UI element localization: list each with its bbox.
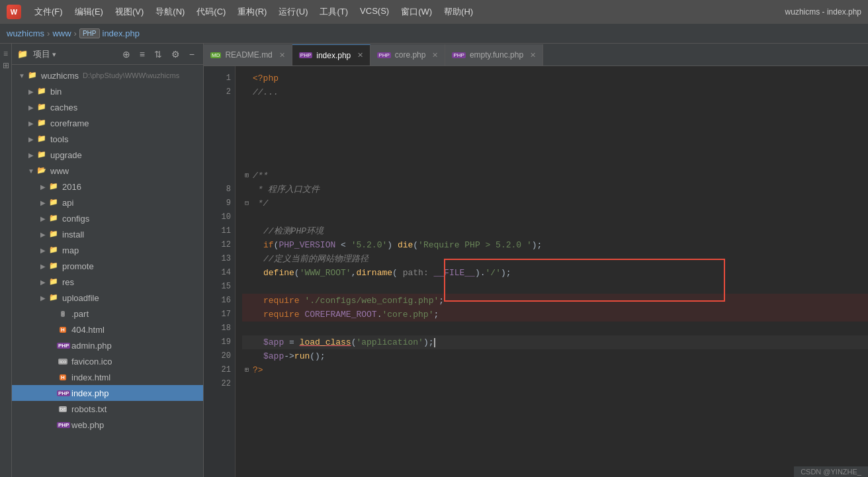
- breadcrumb-folder[interactable]: www: [52, 28, 71, 38]
- tree-item-api[interactable]: ▶ 📁 api: [12, 195, 203, 210]
- api-label: api: [62, 198, 73, 208]
- toolbar-locate-btn[interactable]: ⊕: [119, 48, 134, 61]
- toolbar-settings-btn[interactable]: ⚙: [168, 48, 183, 61]
- configs-label: configs: [62, 214, 89, 224]
- code-line-12: //检测PHP环境: [242, 224, 868, 238]
- tree-item-web-php[interactable]: ▶ PHP web.php: [12, 417, 203, 433]
- menu-vcs[interactable]: VCS(S): [355, 5, 394, 19]
- menu-window[interactable]: 窗口(W): [396, 5, 437, 19]
- tree-root[interactable]: ▼ 📁 wuzhicms D:\phpStudy\WWW\wuzhicms: [12, 67, 203, 83]
- editor-area: MD README.md ✕ PHP index.php ✕ PHP core.…: [204, 44, 868, 477]
- tree-item-bin[interactable]: ▶ 📁 bin: [12, 83, 203, 99]
- tree-item-coreframe[interactable]: ▶ 📁 coreframe: [12, 115, 203, 131]
- caches-label: caches: [50, 103, 77, 112]
- line-17-text: require './configs/web_config.php';: [253, 294, 868, 308]
- code-line-2: //...: [242, 85, 868, 99]
- line-18-text: require COREFRAME_ROOT.'core.php';: [253, 308, 868, 322]
- tree-item-map[interactable]: ▶ 📁 map: [12, 242, 203, 258]
- root-folder-icon: 📁: [26, 71, 38, 80]
- breadcrumb-project[interactable]: wuzhicms: [7, 28, 44, 38]
- tab-core-php-label: core.php: [395, 50, 426, 60]
- tab-core-php[interactable]: PHP core.php ✕: [370, 44, 445, 65]
- tab-empty-func-php[interactable]: PHP empty.func.php ✕: [445, 44, 543, 65]
- tab-empty-func-icon: PHP: [452, 52, 465, 58]
- tab-index-php[interactable]: PHP index.php ✕: [292, 44, 371, 65]
- tree-item-favicon[interactable]: ▶ ico favicon.ico: [12, 353, 203, 369]
- code-area[interactable]: 1 2 8 9 10 11 12 13 14 15 16 17 18 19: [204, 66, 868, 477]
- tree-item-404[interactable]: ▶ H 404.html: [12, 322, 203, 337]
- map-arrow: ▶: [38, 247, 48, 254]
- code-line-13: if(PHP_VERSION < '5.2.0') die('Require P…: [242, 238, 868, 252]
- code-line-18: require COREFRAME_ROOT.'core.php';: [242, 308, 868, 322]
- menu-run[interactable]: 运行(U): [273, 5, 313, 19]
- tree-item-index-html[interactable]: ▶ H index.html: [12, 369, 203, 385]
- breadcrumb-file[interactable]: index.php: [103, 28, 140, 38]
- tab-readme-close[interactable]: ✕: [279, 51, 285, 60]
- tree-item-index-php[interactable]: ▶ PHP index.php: [12, 385, 203, 401]
- line-13-text: if(PHP_VERSION < '5.2.0') die('Require P…: [253, 238, 868, 252]
- web-php-label: web.php: [71, 420, 104, 430]
- file-tree[interactable]: ▼ 📁 wuzhicms D:\phpStudy\WWW\wuzhicms ▶ …: [12, 65, 203, 477]
- menu-file[interactable]: 文件(F): [29, 5, 68, 19]
- status-label: CSDN @YINZHE_: [801, 468, 861, 476]
- tree-item-install[interactable]: ▶ 📁 install: [12, 226, 203, 242]
- menu-code[interactable]: 代码(C): [191, 5, 231, 19]
- menu-help[interactable]: 帮助(H): [439, 5, 478, 19]
- line-2-text: //...: [253, 85, 868, 99]
- uploadfile-arrow: ▶: [38, 294, 48, 302]
- menu-nav[interactable]: 导航(N): [150, 5, 190, 19]
- root-name: wuzhicms: [41, 71, 79, 81]
- menu-edit[interactable]: 编辑(E): [69, 5, 108, 19]
- menu-view[interactable]: 视图(V): [110, 5, 149, 19]
- tree-item-robots[interactable]: ▶ txt robots.txt: [12, 401, 203, 417]
- code-line-8: ⊞ /**: [242, 169, 868, 183]
- toolbar-hide-btn[interactable]: −: [186, 48, 198, 61]
- strip-icon-1[interactable]: ≡: [0, 49, 12, 58]
- tab-core-php-icon: PHP: [377, 52, 390, 58]
- tree-item-tools[interactable]: ▶ 📁 tools: [12, 131, 203, 147]
- web-php-icon: PHP: [57, 420, 69, 429]
- code-line-11: [242, 210, 868, 224]
- strip-icon-2[interactable]: ⊞: [0, 61, 12, 70]
- tree-item-2016[interactable]: ▶ 📁 2016: [12, 179, 203, 195]
- code-content[interactable]: <?php //... ⊞ /**: [236, 66, 868, 477]
- tree-item-admin-php[interactable]: ▶ PHP admin.php: [12, 337, 203, 353]
- promote-folder-icon: 📁: [48, 261, 60, 271]
- code-line-5: [242, 127, 868, 141]
- code-line-9: * 程序入口文件: [242, 183, 868, 196]
- breadcrumb-php-badge: PHP: [79, 28, 100, 38]
- coreframe-folder-icon: 📁: [36, 118, 48, 128]
- sidebar-toolbar: 📁 项目 ▾ ⊕ ≡ ⇅ ⚙ −: [12, 44, 203, 65]
- tree-item-part[interactable]: ▶ · .part: [12, 306, 203, 322]
- toolbar-collapse-btn[interactable]: ≡: [136, 48, 148, 61]
- tab-empty-func-php-label: empty.func.php: [470, 50, 523, 60]
- menu-bar[interactable]: 文件(F) 编辑(E) 视图(V) 导航(N) 代码(C) 重构(R) 运行(U…: [29, 5, 478, 19]
- tab-readme[interactable]: MD README.md ✕: [204, 44, 292, 65]
- tree-item-upgrade[interactable]: ▶ 📁 upgrade: [12, 147, 203, 163]
- line-9-text: * 程序入口文件: [253, 183, 868, 196]
- menu-refactor[interactable]: 重构(R): [232, 5, 272, 19]
- line-1-text: <?php: [253, 71, 868, 85]
- tree-item-www[interactable]: ▼ 📂 www: [12, 163, 203, 179]
- tab-core-php-close[interactable]: ✕: [432, 51, 438, 60]
- bin-arrow: ▶: [26, 88, 36, 95]
- tab-index-php-close[interactable]: ✕: [357, 51, 363, 60]
- install-label: install: [62, 230, 84, 239]
- api-folder-icon: 📁: [48, 198, 60, 207]
- map-label: map: [62, 245, 79, 255]
- tree-item-promote[interactable]: ▶ 📁 promote: [12, 258, 203, 274]
- res-folder-icon: 📁: [48, 277, 60, 286]
- gutter-8: ⊞: [242, 169, 251, 183]
- tree-item-caches[interactable]: ▶ 📁 caches: [12, 99, 203, 115]
- menu-tools[interactable]: 工具(T): [314, 5, 353, 19]
- tree-item-configs[interactable]: ▶ 📁 configs: [12, 210, 203, 226]
- toolbar-sort-btn[interactable]: ⇅: [151, 48, 165, 61]
- coreframe-arrow: ▶: [26, 120, 36, 127]
- res-label: res: [62, 277, 74, 287]
- robots-label: robots.txt: [71, 404, 107, 414]
- tab-readme-label: README.md: [225, 50, 272, 60]
- tree-item-res[interactable]: ▶ 📁 res: [12, 274, 203, 290]
- tree-item-uploadfile[interactable]: ▶ 📁 uploadfile: [12, 290, 203, 306]
- code-line-15: define('WWW_ROOT',dirname( path: __FILE_…: [242, 266, 868, 280]
- tab-empty-func-close[interactable]: ✕: [530, 51, 536, 60]
